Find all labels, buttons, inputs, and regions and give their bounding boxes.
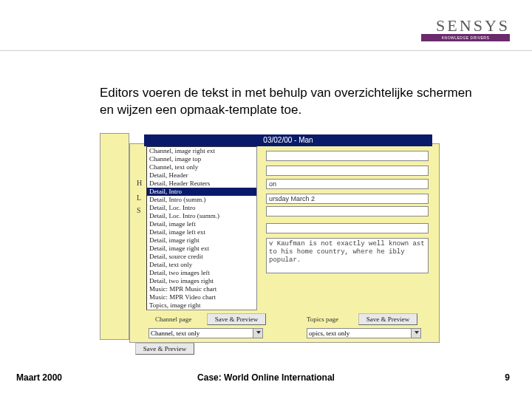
save-preview-button-3[interactable]: Save & Preview: [135, 343, 194, 355]
template-option[interactable]: Channel, image right ext: [147, 147, 256, 155]
header-divider: [0, 50, 532, 51]
template-option[interactable]: Detail, two images right: [147, 277, 256, 285]
brand-logo: SENSYS KNOWLEDGE DRIVERS: [421, 16, 510, 41]
background-window-left: [100, 133, 129, 340]
body-textarea[interactable]: v Kaufman is not exactly well known ast …: [266, 238, 429, 273]
template-option[interactable]: Detail, image left ext: [147, 228, 256, 236]
channel-template-value: Channel, text only: [151, 330, 200, 337]
label-l: L: [137, 194, 141, 202]
template-option[interactable]: Detail, source credit: [147, 253, 256, 261]
field-subject[interactable]: [266, 206, 429, 216]
template-option[interactable]: Topics, image right: [147, 301, 256, 310]
topics-template-value: opics, text only: [309, 330, 349, 337]
template-option[interactable]: Detail, image right: [147, 236, 256, 245]
chevron-down-icon: [256, 331, 261, 334]
topics-page-label: Topics page: [307, 316, 338, 323]
footer-title: Case: World Online International: [0, 372, 532, 383]
chevron-down-icon: [415, 331, 419, 334]
topics-template-select[interactable]: opics, text only: [307, 328, 421, 338]
template-option[interactable]: Detail, Header: [147, 171, 256, 180]
field-row-1[interactable]: [266, 151, 429, 161]
field-date[interactable]: ursday March 2: [266, 194, 429, 204]
template-option[interactable]: Channel, image top: [147, 155, 256, 163]
template-option[interactable]: Detail, Header Reuters: [147, 180, 256, 188]
template-option[interactable]: Channel, text only: [147, 163, 256, 171]
template-option[interactable]: Detail, Loc. Intro (summ.): [147, 212, 256, 220]
template-option[interactable]: Detail, image right ext: [147, 245, 256, 253]
page-number: 9: [505, 372, 510, 383]
window-titlebar: 03/02/00 - Man: [144, 134, 432, 146]
template-option[interactable]: Detail, image left: [147, 220, 256, 228]
screenshot-stage: 03/02/00 - Man H on L ursday March 2 S v…: [100, 127, 447, 353]
template-option[interactable]: Detail, Loc. Intro: [147, 204, 256, 212]
template-listbox[interactable]: Channel, image right extChannel, image t…: [146, 146, 257, 310]
channel-template-select[interactable]: Channel, text only: [149, 328, 263, 338]
template-option[interactable]: Music: MPR Video chart: [147, 293, 256, 301]
template-option[interactable]: Detail, two images left: [147, 269, 256, 277]
label-h: H: [137, 179, 142, 187]
channel-page-label: Channel page: [155, 316, 191, 323]
logo-text: SENSYS: [421, 16, 510, 35]
template-option[interactable]: Music: MPR Music chart: [147, 285, 256, 293]
field-row-2[interactable]: [266, 166, 429, 176]
template-option[interactable]: Detail, Intro: [147, 188, 256, 196]
save-preview-button-1[interactable]: Save & Preview: [207, 313, 266, 325]
field-row-6[interactable]: [266, 223, 429, 233]
template-option[interactable]: Detail, text only: [147, 261, 256, 269]
save-preview-button-2[interactable]: Save & Preview: [358, 313, 417, 325]
label-s: S: [137, 206, 141, 214]
slide-headline: Editors voeren de tekst in met behulp va…: [100, 85, 488, 119]
template-option[interactable]: Detail, Intro (summ.): [147, 196, 256, 204]
field-header[interactable]: on: [266, 179, 429, 189]
